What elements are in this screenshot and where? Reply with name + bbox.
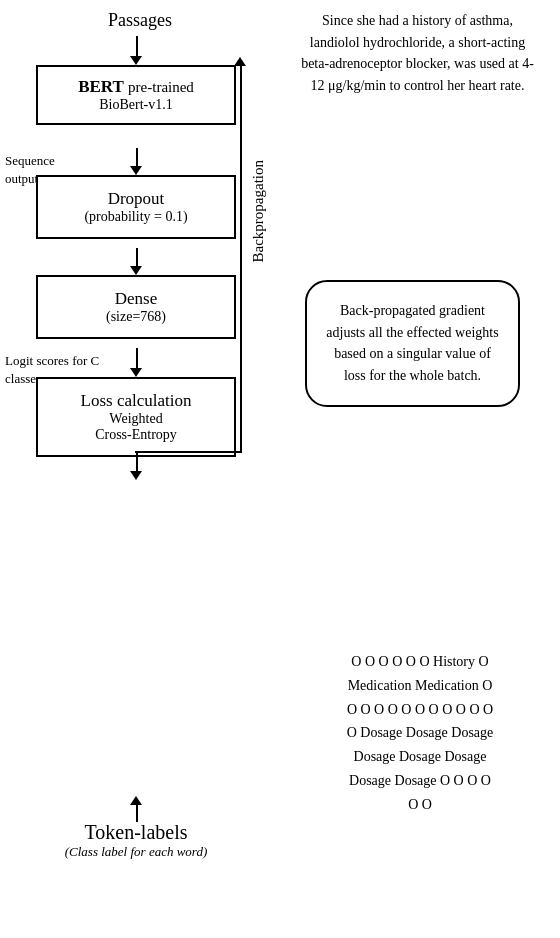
loss-main: Loss calculation: [52, 391, 220, 411]
loss-sub1: Weighted: [52, 411, 220, 427]
labels-line-5: Dosage Dosage Dosage: [300, 745, 540, 769]
dense-box: Dense (size=768): [36, 275, 236, 339]
backprop-arrowhead-top: [234, 57, 246, 66]
token-labels-heading: Token-labels: [36, 821, 236, 844]
arrowhead-1: [130, 56, 142, 65]
arrowhead-2: [130, 166, 142, 175]
arrow-line-3: [136, 248, 138, 266]
token-labels-title: Token-labels (Class label for each word): [36, 821, 236, 860]
bert-box-text: BERT pre-trained: [52, 77, 220, 97]
arrowhead-4: [130, 368, 142, 377]
loss-sub2: Cross-Entropy: [52, 427, 220, 443]
labels-line-7: O O: [300, 793, 540, 817]
dropout-sub: (probability = 0.1): [52, 209, 220, 225]
backprop-h-line: [135, 451, 242, 453]
loss-box: Loss calculation Weighted Cross-Entropy: [36, 377, 236, 457]
arrow-line-1: [136, 36, 138, 56]
labels-line-6: Dosage Dosage O O O O: [300, 769, 540, 793]
labels-line-3: O O O O O O O O O O O: [300, 698, 540, 722]
dense-sub: (size=768): [52, 309, 220, 325]
arrowhead-3: [130, 266, 142, 275]
token-arrowhead: [130, 796, 142, 805]
dropout-box: Dropout (probability = 0.1): [36, 175, 236, 239]
labels-section: O O O O O O History O Medication Medicat…: [300, 650, 540, 817]
page: Passages BERT pre-trained BioBert-v1.1 S…: [0, 0, 560, 938]
arrow-line-4: [136, 348, 138, 368]
token-labels-sub: (Class label for each word): [36, 844, 236, 860]
top-text-block: Since she had a history of asthma, landi…: [300, 10, 535, 97]
rounded-box: Back-propagated gradient adjusts all the…: [305, 280, 520, 407]
dense-main: Dense: [52, 289, 220, 309]
token-arrow-line: [136, 802, 138, 822]
dropout-main: Dropout: [52, 189, 220, 209]
backpropagation-label: Backpropagation: [250, 160, 267, 262]
arrow-line-bottom: [136, 452, 138, 472]
backprop-line-vertical: [240, 65, 242, 453]
bert-box: BERT pre-trained BioBert-v1.1: [36, 65, 236, 125]
passages-label: Passages: [90, 10, 190, 31]
bert-sub: BioBert-v1.1: [52, 97, 220, 113]
labels-line-2: Medication Medication O: [300, 674, 540, 698]
labels-line-1: O O O O O O History O: [300, 650, 540, 674]
bert-bold: BERT: [78, 77, 124, 96]
labels-line-4: O Dosage Dosage Dosage: [300, 721, 540, 745]
bert-pretrained: pre-trained: [128, 79, 194, 95]
arrow-line-2: [136, 148, 138, 166]
arrowhead-bottom: [130, 471, 142, 480]
